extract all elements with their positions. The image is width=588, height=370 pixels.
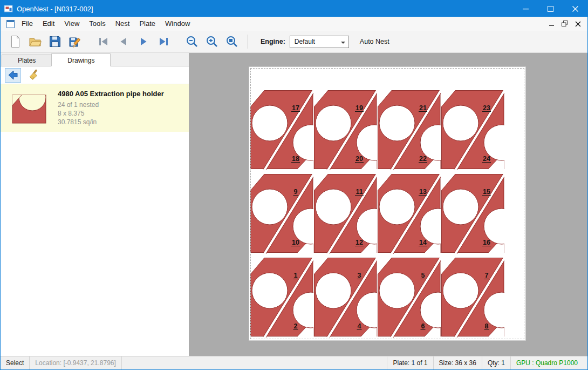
open-button[interactable] (25, 32, 45, 51)
titlebar: OpenNest - [N0317-002] (1, 1, 587, 17)
zoom-in-button[interactable] (202, 32, 222, 51)
part-number[interactable]: 8 (485, 322, 489, 330)
save-button[interactable] (45, 32, 65, 51)
zoom-in-icon (205, 35, 219, 49)
tab-plates[interactable]: Plates (2, 55, 52, 66)
previous-plate-button[interactable] (113, 32, 133, 51)
status-qty: Qty: 1 (482, 356, 510, 369)
drawing-title: 4980 A05 Extraction pipe holder (58, 90, 184, 98)
menu-file[interactable]: File (17, 17, 38, 31)
part-thumbnail (5, 90, 56, 126)
part-number[interactable]: 3 (358, 272, 361, 279)
main-toolbar: Engine: Default Auto Nest (1, 31, 587, 53)
part-number[interactable]: 21 (419, 104, 427, 112)
engine-label: Engine: (261, 38, 285, 45)
menu-view[interactable]: View (59, 17, 84, 31)
nested-pair[interactable]: 1516 (441, 173, 519, 255)
blue-arrow-left-icon (7, 69, 19, 81)
drawings-toolbar (1, 66, 189, 84)
part-number[interactable]: 23 (483, 104, 490, 112)
mdi-restore-button[interactable] (558, 18, 571, 30)
drawing-list-item[interactable]: 4980 A05 Extraction pipe holder 24 of 1 … (1, 84, 189, 132)
part-number[interactable]: 5 (421, 272, 425, 279)
open-folder-icon (28, 35, 42, 49)
clear-drawings-button[interactable] (25, 68, 42, 83)
zoom-fit-icon (225, 35, 239, 49)
nested-pair[interactable]: 78 (441, 257, 519, 339)
sidebar-tabstrip: Plates Drawings (1, 53, 189, 66)
drawing-size: 8 x 8.375 (58, 109, 184, 118)
menu-nest[interactable]: Nest (111, 17, 135, 31)
save-edit-icon (68, 35, 82, 49)
status-mode: Select (1, 356, 30, 369)
engine-value: Default (295, 38, 315, 45)
status-location: Location: [-0.9437, 21.8796] (30, 356, 121, 369)
part-number[interactable]: 13 (419, 188, 427, 196)
part-number[interactable]: 11 (355, 188, 363, 196)
part-number[interactable]: 16 (483, 239, 490, 246)
nest-plate-svg: 171819202122232491011121314151612345678 (249, 67, 527, 341)
part-number[interactable]: 2 (294, 322, 298, 330)
part-number[interactable]: 7 (485, 272, 489, 279)
window-title: OpenNest - [N0317-002] (17, 5, 93, 13)
app-window: OpenNest - [N0317-002] File Edit View To… (0, 0, 588, 370)
zoom-fit-button[interactable] (222, 32, 242, 51)
zoom-out-button[interactable] (182, 32, 202, 51)
broom-icon (28, 69, 39, 81)
nested-pair[interactable]: 2324 (441, 89, 519, 171)
engine-select[interactable]: Default (290, 36, 349, 48)
auto-nest-label[interactable]: Auto Nest (360, 38, 389, 45)
next-plate-button[interactable] (133, 32, 153, 51)
maximize-button[interactable] (538, 1, 563, 17)
status-gpu: GPU : Quadro P1000 (510, 356, 587, 369)
first-arrow-icon (97, 35, 110, 48)
part-number[interactable]: 17 (292, 104, 299, 112)
sidebar: Plates Drawings (1, 53, 189, 356)
part-number[interactable]: 6 (421, 322, 425, 330)
part-number[interactable]: 22 (419, 155, 427, 163)
minimize-button[interactable] (513, 1, 538, 17)
part-number[interactable]: 9 (294, 188, 298, 196)
menu-edit[interactable]: Edit (38, 17, 59, 31)
part-number[interactable]: 4 (358, 322, 361, 330)
previous-arrow-icon (117, 35, 130, 48)
part-number[interactable]: 10 (292, 239, 299, 246)
drawings-list-empty-area (1, 132, 189, 356)
last-arrow-icon (157, 35, 170, 48)
app-icon (1, 4, 17, 14)
save-icon (48, 35, 62, 49)
tab-drawings[interactable]: Drawings (51, 53, 111, 66)
mdi-minimize-button[interactable] (545, 18, 558, 30)
part-number[interactable]: 19 (355, 104, 363, 112)
import-drawing-button[interactable] (5, 68, 21, 83)
last-plate-button[interactable] (153, 32, 173, 51)
part-number[interactable]: 1 (294, 272, 298, 279)
new-file-icon (8, 35, 22, 49)
part-number[interactable]: 14 (419, 239, 427, 246)
drawing-area: 30.7815 sq/in (58, 118, 184, 126)
part-number[interactable]: 12 (355, 239, 363, 246)
chevron-down-icon (341, 42, 345, 46)
menu-tools[interactable]: Tools (84, 17, 110, 31)
statusbar: Select Location: [-0.9437, 21.8796] Plat… (1, 356, 587, 369)
part-number[interactable]: 24 (483, 155, 490, 163)
nest-canvas[interactable]: 171819202122232491011121314151612345678 (189, 53, 587, 356)
drawing-nested-count: 24 of 1 nested (58, 100, 184, 109)
status-plate: Plate: 1 of 1 (387, 356, 433, 369)
mdi-close-button[interactable] (571, 18, 584, 30)
content-area: Plates Drawings (1, 53, 587, 356)
menu-plate[interactable]: Plate (134, 17, 160, 31)
first-plate-button[interactable] (93, 32, 113, 51)
part-number[interactable]: 20 (355, 155, 363, 163)
next-arrow-icon (137, 35, 150, 48)
menubar: File Edit View Tools Nest Plate Window (1, 17, 587, 31)
part-number[interactable]: 15 (483, 188, 490, 196)
plate-sheet[interactable]: 171819202122232491011121314151612345678 (249, 66, 526, 341)
menu-window[interactable]: Window (160, 17, 195, 31)
new-button[interactable] (5, 32, 25, 51)
part-number[interactable]: 18 (292, 155, 299, 163)
save-edit-button[interactable] (65, 32, 85, 51)
document-icon (4, 20, 17, 28)
close-button[interactable] (563, 1, 587, 17)
zoom-out-icon (185, 35, 199, 49)
